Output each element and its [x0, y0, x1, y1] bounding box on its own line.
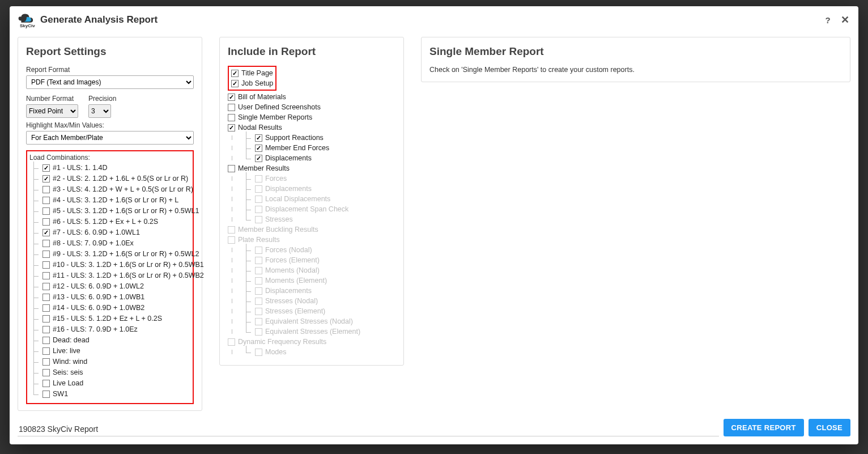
load-combo-item: Seis: seis — [29, 367, 190, 378]
include-checkbox[interactable] — [228, 94, 235, 101]
load-combo-item: #1 - ULS: 1. 1.4D — [29, 163, 190, 173]
load-combo-checkbox[interactable] — [42, 251, 50, 258]
load-combo-checkbox[interactable] — [42, 197, 50, 204]
include-label: User Defined Screenshots — [238, 103, 321, 112]
load-combo-checkbox[interactable] — [42, 229, 50, 236]
include-item: Displacement Span Check — [228, 204, 395, 214]
include-label: Displacements — [265, 184, 312, 194]
load-combo-label: #9 - ULS: 3. 1.2D + 1.6(S or Lr or R) + … — [53, 249, 199, 259]
close-button[interactable]: CLOSE — [809, 419, 850, 436]
include-item: Bill of Materials — [228, 92, 395, 102]
report-format-select[interactable]: PDF (Text and Images) — [26, 75, 194, 89]
load-combo-item: #2 - ULS: 2. 1.2D + 1.6L + 0.5(S or Lr o… — [29, 173, 190, 184]
number-format-select[interactable]: Fixed Point — [26, 104, 78, 118]
load-combo-label: Dead: dead — [53, 336, 90, 345]
include-label: Moments (Element) — [265, 276, 327, 286]
include-label: Title Page — [241, 69, 273, 78]
include-tree: Title PageJob SetupBill of MaterialsUser… — [228, 66, 395, 357]
modal-body: Report Settings Report Format PDF (Text … — [10, 33, 858, 414]
load-combo-checkbox[interactable] — [42, 380, 50, 387]
load-combo-checkbox[interactable] — [42, 347, 50, 355]
tree-connector-icon — [242, 317, 252, 326]
load-combo-checkbox[interactable] — [42, 164, 50, 172]
precision-select[interactable]: 3 — [88, 104, 111, 118]
include-item: Member Buckling Results — [228, 224, 395, 235]
load-combo-checkbox[interactable] — [42, 175, 50, 183]
include-checkbox — [255, 277, 262, 285]
include-checkbox[interactable] — [228, 165, 235, 172]
load-combo-checkbox[interactable] — [42, 326, 50, 333]
include-checkbox — [228, 338, 235, 346]
include-label: Forces — [265, 174, 287, 184]
include-checkbox[interactable] — [228, 104, 235, 111]
tree-connector-icon — [29, 228, 40, 237]
load-combo-checkbox[interactable] — [42, 261, 50, 269]
load-combo-label: #15 - ULS: 5. 1.2D + Ez + L + 0.2S — [53, 314, 162, 324]
include-in-report-panel: Include in Report Title PageJob SetupBil… — [219, 37, 404, 366]
include-label: Dynamic Frequency Results — [238, 337, 326, 347]
load-combo-checkbox[interactable] — [42, 391, 50, 398]
include-checkbox — [255, 328, 262, 336]
include-checkbox[interactable] — [231, 80, 239, 87]
tree-connector-icon — [29, 368, 40, 377]
help-icon[interactable]: ? — [822, 14, 833, 26]
include-checkbox[interactable] — [228, 114, 235, 121]
include-item: User Defined Screenshots — [228, 102, 395, 112]
include-checkbox[interactable] — [228, 124, 235, 131]
tree-connector-icon — [29, 218, 40, 226]
include-item: Single Member Reports — [228, 112, 395, 122]
include-checkbox — [255, 257, 262, 264]
include-item: Dynamic Frequency Results — [228, 337, 395, 347]
load-combo-checkbox[interactable] — [42, 369, 50, 376]
include-checkbox[interactable] — [255, 134, 262, 142]
include-checkbox[interactable] — [255, 145, 262, 152]
load-combinations-box: Load Combinations: #1 - ULS: 1. 1.4D#2 -… — [26, 150, 194, 404]
include-label: Stresses — [265, 215, 293, 224]
load-combo-label: #14 - ULS: 6. 0.9D + 1.0WB2 — [53, 303, 144, 313]
load-combo-checkbox[interactable] — [42, 272, 50, 279]
load-combo-checkbox[interactable] — [42, 358, 50, 366]
include-item: Equivalent Stresses (Nodal) — [228, 316, 395, 326]
load-combo-checkbox[interactable] — [42, 283, 50, 290]
tree-connector-icon — [242, 134, 252, 142]
load-combo-checkbox[interactable] — [42, 304, 50, 312]
include-item: Title Page — [231, 68, 273, 78]
include-label: Forces (Element) — [265, 256, 320, 265]
load-combo-item: Wind: wind — [29, 357, 190, 367]
include-checkbox[interactable] — [255, 155, 262, 162]
include-label: Local Displacements — [265, 194, 330, 204]
load-combo-checkbox[interactable] — [42, 207, 50, 215]
load-combinations-title: Load Combinations: — [29, 154, 190, 162]
load-combo-checkbox[interactable] — [42, 337, 50, 344]
load-combo-checkbox[interactable] — [42, 186, 50, 193]
tree-connector-icon — [242, 328, 252, 336]
modal-title: Generate Analysis Report — [40, 14, 158, 26]
tree-connector-icon — [29, 261, 40, 269]
load-combo-item: #14 - ULS: 6. 0.9D + 1.0WB2 — [29, 303, 190, 313]
load-combo-checkbox[interactable] — [42, 218, 50, 226]
include-checkbox[interactable] — [231, 70, 239, 77]
precision-label: Precision — [88, 95, 116, 103]
include-label: Displacements — [265, 286, 312, 296]
load-combo-checkbox[interactable] — [42, 315, 50, 323]
include-label: Stresses (Element) — [265, 307, 325, 316]
include-checkbox — [255, 175, 262, 183]
include-checkbox — [228, 226, 235, 234]
include-label: Moments (Nodal) — [265, 266, 320, 275]
tree-connector-icon — [29, 293, 40, 302]
load-combo-label: Seis: seis — [53, 368, 83, 377]
highlight-select[interactable]: For Each Member/Plate — [26, 131, 194, 145]
include-item: Displacements — [228, 184, 395, 194]
include-item: Forces (Element) — [228, 255, 395, 265]
load-combo-checkbox[interactable] — [42, 240, 50, 247]
include-item: Forces (Nodal) — [228, 245, 395, 255]
create-report-button[interactable]: CREATE REPORT — [724, 419, 804, 436]
include-item: Stresses — [228, 214, 395, 224]
include-title: Include in Report — [228, 45, 395, 58]
report-name-input[interactable] — [18, 422, 719, 436]
tree-connector-icon — [29, 271, 40, 280]
close-icon[interactable]: ✕ — [839, 14, 850, 26]
load-combo-checkbox[interactable] — [42, 294, 50, 301]
include-checkbox — [255, 247, 262, 254]
load-combo-item: #7 - ULS: 6. 0.9D + 1.0WL1 — [29, 227, 190, 238]
